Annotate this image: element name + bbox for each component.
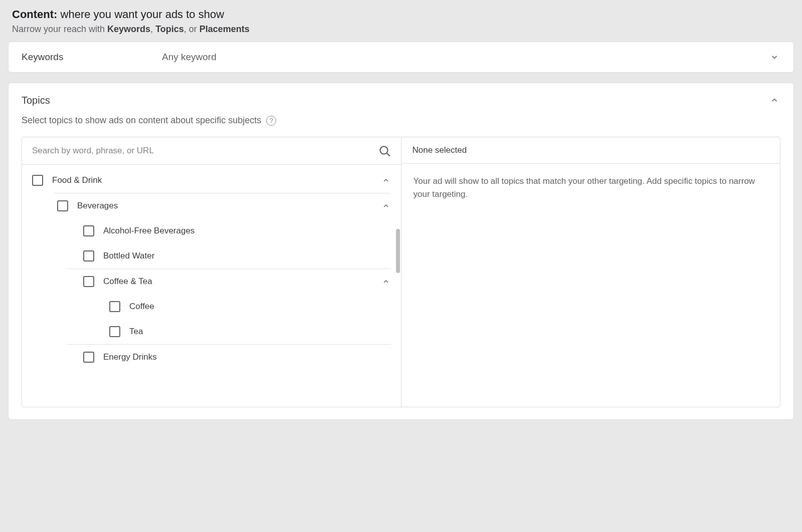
tree-item-beverages[interactable]: Beverages	[22, 193, 401, 218]
topics-right-pane: None selected Your ad will show to all t…	[402, 137, 780, 407]
checkbox[interactable]	[57, 200, 68, 211]
chevron-up-icon[interactable]	[381, 201, 391, 211]
page-title: Content: where you want your ads to show	[12, 8, 794, 21]
tree-item-food-drink[interactable]: Food & Drink	[22, 168, 401, 193]
checkbox[interactable]	[83, 352, 94, 363]
svg-line-1	[386, 153, 389, 156]
topics-left-pane: Food & Drink Beverages Alcohol-Free Beve…	[22, 137, 402, 407]
tree-label: Energy Drinks	[103, 352, 391, 362]
topics-title: Topics	[22, 95, 50, 106]
search-icon[interactable]	[378, 144, 391, 157]
help-icon[interactable]: ?	[266, 116, 276, 126]
chevron-up-icon[interactable]	[381, 277, 391, 287]
page-subtitle: Narrow your reach with Keywords, Topics,…	[12, 24, 794, 35]
chevron-up-icon[interactable]	[381, 175, 391, 185]
tree-label: Food & Drink	[52, 175, 372, 185]
tree-item-coffee-tea[interactable]: Coffee & Tea	[22, 269, 401, 294]
tree-label: Coffee	[129, 302, 391, 312]
chevron-down-icon	[768, 51, 780, 63]
tree-label: Beverages	[77, 201, 372, 211]
tree-item-coffee[interactable]: Coffee	[22, 294, 401, 319]
svg-point-0	[380, 146, 387, 154]
targeting-description: Your ad will show to all topics that mat…	[402, 164, 780, 211]
tree-label: Coffee & Tea	[103, 277, 372, 287]
keywords-value: Any keyword	[162, 52, 768, 63]
topics-search-row	[22, 137, 401, 165]
topics-panel: Topics Select topics to show ads on cont…	[8, 83, 794, 420]
topics-tree[interactable]: Food & Drink Beverages Alcohol-Free Beve…	[22, 165, 401, 407]
chevron-up-icon	[768, 94, 780, 106]
tree-item-tea[interactable]: Tea	[22, 319, 401, 344]
keywords-label: Keywords	[22, 52, 162, 63]
topics-search-input[interactable]	[32, 146, 378, 156]
tree-item-energy-drinks[interactable]: Energy Drinks	[22, 345, 401, 370]
topics-description-row: Select topics to show ads on content abo…	[9, 111, 793, 137]
checkbox[interactable]	[109, 326, 120, 337]
checkbox[interactable]	[83, 250, 94, 261]
topics-split-container: Food & Drink Beverages Alcohol-Free Beve…	[22, 137, 780, 407]
tree-label: Bottled Water	[103, 251, 391, 261]
topics-description: Select topics to show ads on content abo…	[22, 115, 261, 126]
tree-item-bottled-water[interactable]: Bottled Water	[22, 243, 401, 269]
keywords-panel[interactable]: Keywords Any keyword	[8, 42, 794, 73]
tree-label: Tea	[129, 327, 391, 337]
checkbox[interactable]	[83, 225, 94, 236]
selected-count-label: None selected	[402, 137, 780, 164]
title-bold: Content:	[12, 8, 57, 21]
checkbox[interactable]	[83, 276, 94, 287]
tree-label: Alcohol-Free Beverages	[103, 226, 391, 236]
title-rest: where you want your ads to show	[57, 8, 224, 21]
tree-item-alcohol-free[interactable]: Alcohol-Free Beverages	[22, 218, 401, 243]
content-header: Content: where you want your ads to show…	[8, 8, 794, 35]
checkbox[interactable]	[109, 301, 120, 312]
checkbox[interactable]	[32, 175, 43, 186]
topics-header-row[interactable]: Topics	[9, 83, 793, 111]
